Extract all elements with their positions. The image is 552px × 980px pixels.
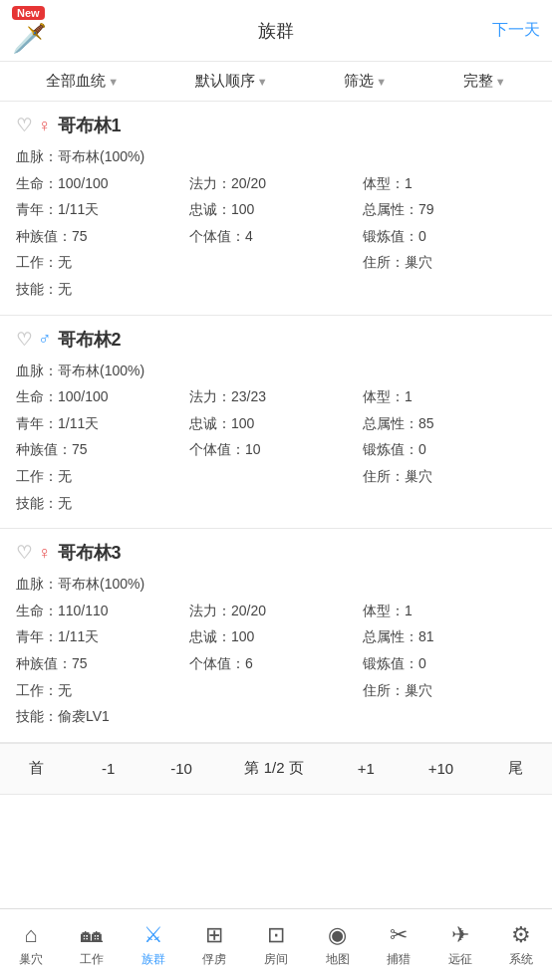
filter-bar: 全部血统 ▼ 默认顺序 ▼ 筛选 ▼ 完整 ▼ <box>0 62 552 102</box>
order-filter[interactable]: 默认顺序 ▼ <box>195 72 268 91</box>
nest-icon: ⌂ <box>24 922 37 948</box>
screen-filter-arrow: ▼ <box>376 76 387 88</box>
creature-card-0[interactable]: ♡ ♀ 哥布林1 血脉：哥布林(100%) 生命：100/100 青年：1/11… <box>0 102 552 316</box>
card-title-1: ♡ ♂ 哥布林2 <box>16 328 536 352</box>
header: New 🗡️ 族群 下一天 <box>0 0 552 62</box>
bloodline-val-0: 哥布林(100%) <box>58 148 144 164</box>
tribe-icon: ⚔ <box>143 922 163 948</box>
room-label: 房间 <box>264 951 288 968</box>
app-icon: 🗡️ <box>12 22 62 55</box>
bloodline-filter-label: 全部血统 <box>46 72 106 91</box>
prev10-button[interactable]: -10 <box>162 756 200 781</box>
creature-name-2: 哥布林3 <box>58 541 122 565</box>
first-page-button[interactable]: 首 <box>18 755 54 782</box>
complete-filter-label: 完整 <box>463 72 493 91</box>
nav-expedition[interactable]: ✈ 远征 <box>429 922 491 968</box>
map-icon: ◉ <box>328 922 347 948</box>
nav-nest[interactable]: ⌂ 巢穴 <box>0 922 62 968</box>
card-stats-2: 血脉：哥布林(100%) 生命：110/110 青年：1/11天 种族值：75 … <box>16 571 536 730</box>
order-filter-arrow: ▼ <box>257 76 268 88</box>
gender-icon-2: ♀ <box>38 543 52 564</box>
screen-filter-label: 筛选 <box>344 72 374 91</box>
nav-captive[interactable]: ⊞ 俘虏 <box>184 922 246 968</box>
heart-icon-2: ♡ <box>16 542 32 564</box>
hunt-icon: ✂ <box>390 922 408 948</box>
complete-filter[interactable]: 完整 ▼ <box>463 72 506 91</box>
creature-name-0: 哥布林1 <box>58 114 122 137</box>
logo: New 🗡️ <box>12 6 62 56</box>
next10-button[interactable]: +10 <box>420 756 461 781</box>
bottom-nav: ⌂ 巢穴 🏘 工作 ⚔ 族群 ⊞ 俘虏 ⊡ 房间 ◉ 地图 ✂ 捕猎 ✈ 远征 … <box>0 908 552 980</box>
last-page-button[interactable]: 尾 <box>498 755 534 782</box>
new-badge: New <box>12 6 45 20</box>
card-title-0: ♡ ♀ 哥布林1 <box>16 114 536 137</box>
room-icon: ⊡ <box>267 922 285 948</box>
nav-system[interactable]: ⚙ 系统 <box>491 922 553 968</box>
nest-label: 巢穴 <box>19 951 43 968</box>
expedition-label: 远征 <box>448 951 472 968</box>
next-day-button[interactable]: 下一天 <box>492 20 540 41</box>
complete-filter-arrow: ▼ <box>495 76 506 88</box>
work-icon: 🏘 <box>81 922 103 948</box>
card-stats-1: 血脉：哥布林(100%) 生命：100/100 青年：1/11天 种族值：75 … <box>16 358 536 517</box>
next1-button[interactable]: +1 <box>348 756 384 781</box>
screen-filter[interactable]: 筛选 ▼ <box>344 72 387 91</box>
gender-icon-1: ♂ <box>38 329 52 350</box>
bloodline-filter[interactable]: 全部血统 ▼ <box>46 72 119 91</box>
system-label: 系统 <box>509 951 533 968</box>
prev1-button[interactable]: -1 <box>91 756 127 781</box>
page-info: 第 1/2 页 <box>236 759 311 778</box>
bloodline-filter-arrow: ▼ <box>108 76 119 88</box>
captive-icon: ⊞ <box>205 922 223 948</box>
heart-icon-0: ♡ <box>16 115 32 136</box>
creature-card-2[interactable]: ♡ ♀ 哥布林3 血脉：哥布林(100%) 生命：110/110 青年：1/11… <box>0 529 552 743</box>
page-title: 族群 <box>258 19 294 43</box>
work-label: 工作 <box>80 951 104 968</box>
map-label: 地图 <box>326 951 350 968</box>
tribe-label: 族群 <box>141 951 165 968</box>
creature-name-1: 哥布林2 <box>58 328 122 352</box>
gender-icon-0: ♀ <box>38 116 52 136</box>
card-stats-0: 血脉：哥布林(100%) 生命：100/100 青年：1/11天 种族值：75 … <box>16 143 536 303</box>
heart-icon-1: ♡ <box>16 329 32 351</box>
cards-area: ♡ ♀ 哥布林1 血脉：哥布林(100%) 生命：100/100 青年：1/11… <box>0 102 552 743</box>
system-icon: ⚙ <box>511 922 531 948</box>
nav-hunt[interactable]: ✂ 捕猎 <box>368 922 429 968</box>
nav-work[interactable]: 🏘 工作 <box>62 922 124 968</box>
hunt-label: 捕猎 <box>387 951 411 968</box>
pagination: 首 -1 -10 第 1/2 页 +1 +10 尾 <box>0 743 552 795</box>
creature-card-1[interactable]: ♡ ♂ 哥布林2 血脉：哥布林(100%) 生命：100/100 青年：1/11… <box>0 316 552 530</box>
order-filter-label: 默认顺序 <box>195 72 255 91</box>
bloodline-label-0: 血脉： <box>16 148 58 164</box>
captive-label: 俘虏 <box>202 951 226 968</box>
nav-map[interactable]: ◉ 地图 <box>307 922 369 968</box>
nav-tribe[interactable]: ⚔ 族群 <box>123 922 184 968</box>
nav-room[interactable]: ⊡ 房间 <box>245 922 307 968</box>
expedition-icon: ✈ <box>451 922 469 948</box>
card-title-2: ♡ ♀ 哥布林3 <box>16 541 536 565</box>
